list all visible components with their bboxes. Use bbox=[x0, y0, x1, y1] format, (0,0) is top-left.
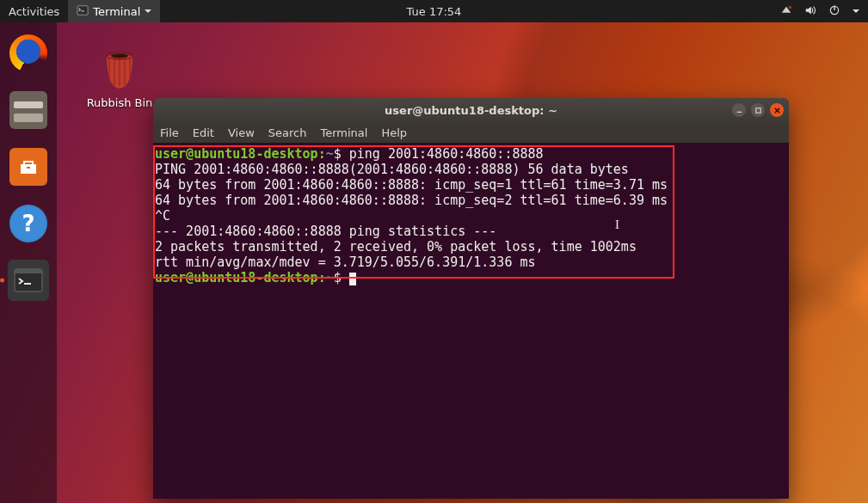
desktop-icon-trash[interactable]: Rubbish Bin bbox=[81, 46, 158, 109]
window-title: user@ubuntu18-desktop: ~ bbox=[385, 104, 557, 117]
terminal-icon bbox=[77, 4, 89, 19]
desktop[interactable]: ? Rubbish Bin user@ubuntu18-desktop: ~ bbox=[0, 22, 868, 503]
term-line: 2 packets transmitted, 2 received, 0% pa… bbox=[155, 239, 637, 255]
trash-icon bbox=[97, 46, 142, 91]
term-line: rtt min/avg/max/mdev = 3.719/5.055/6.391… bbox=[155, 255, 536, 270]
window-titlebar[interactable]: user@ubuntu18-desktop: ~ bbox=[153, 98, 789, 122]
menu-search[interactable]: Search bbox=[268, 126, 307, 139]
svg-rect-4 bbox=[27, 167, 30, 169]
menu-view[interactable]: View bbox=[228, 126, 255, 139]
dock-item-terminal[interactable] bbox=[8, 260, 49, 301]
term-line: PING 2001:4860:4860::8888(2001:4860:4860… bbox=[155, 162, 629, 177]
terminal-cursor bbox=[349, 273, 356, 285]
chevron-down-icon bbox=[145, 9, 151, 13]
text-cursor-icon: I bbox=[615, 218, 619, 232]
prompt-user: user@ubuntu18-desktop bbox=[155, 146, 318, 162]
command-text: ping 2001:4860:4860::8888 bbox=[349, 146, 544, 162]
menu-help[interactable]: Help bbox=[381, 126, 407, 139]
window-close-button[interactable] bbox=[770, 103, 784, 117]
terminal-window: user@ubuntu18-desktop: ~ File Edit View … bbox=[153, 98, 789, 499]
menu-terminal[interactable]: Terminal bbox=[320, 126, 367, 139]
network-icon bbox=[780, 4, 792, 19]
window-maximize-button[interactable] bbox=[751, 103, 765, 117]
term-line: ^C bbox=[155, 208, 170, 224]
system-status-area[interactable] bbox=[780, 4, 868, 19]
app-menu-label: Terminal bbox=[93, 5, 140, 18]
activities-button[interactable]: Activities bbox=[0, 0, 68, 22]
term-line: --- 2001:4860:4860::8888 ping statistics… bbox=[155, 224, 496, 239]
activities-label: Activities bbox=[9, 5, 59, 18]
clock[interactable]: Tue 17:54 bbox=[398, 0, 471, 22]
prompt-user: user@ubuntu18-desktop bbox=[155, 270, 318, 285]
app-menu[interactable]: Terminal bbox=[68, 0, 160, 22]
window-menubar: File Edit View Search Terminal Help bbox=[153, 122, 789, 143]
window-minimize-button[interactable] bbox=[732, 103, 746, 117]
term-line: 64 bytes from 2001:4860:4860::8888: icmp… bbox=[155, 177, 668, 193]
svg-point-1 bbox=[789, 5, 792, 9]
top-panel: Activities Terminal Tue 17:54 bbox=[0, 0, 868, 22]
volume-icon bbox=[804, 4, 816, 19]
svg-point-9 bbox=[111, 54, 128, 58]
dock: ? bbox=[0, 22, 57, 503]
terminal-output[interactable]: user@ubuntu18-desktop:~$ ping 2001:4860:… bbox=[153, 143, 789, 499]
menu-edit[interactable]: Edit bbox=[193, 126, 214, 139]
dock-item-firefox[interactable] bbox=[8, 33, 49, 74]
dock-item-software[interactable] bbox=[8, 146, 49, 187]
clock-label: Tue 17:54 bbox=[407, 5, 462, 18]
trash-label: Rubbish Bin bbox=[81, 96, 158, 109]
chevron-down-icon bbox=[853, 9, 859, 13]
power-icon bbox=[828, 4, 840, 19]
dock-item-files[interactable] bbox=[8, 89, 49, 131]
prompt-path: ~ bbox=[326, 146, 334, 162]
dock-item-help[interactable]: ? bbox=[8, 203, 49, 244]
svg-rect-3 bbox=[834, 5, 834, 9]
prompt-path: ~ bbox=[326, 270, 334, 285]
svg-rect-10 bbox=[755, 107, 760, 112]
svg-rect-6 bbox=[15, 269, 42, 273]
svg-rect-0 bbox=[77, 5, 88, 15]
menu-file[interactable]: File bbox=[160, 126, 179, 139]
term-line: 64 bytes from 2001:4860:4860::8888: icmp… bbox=[155, 193, 668, 208]
